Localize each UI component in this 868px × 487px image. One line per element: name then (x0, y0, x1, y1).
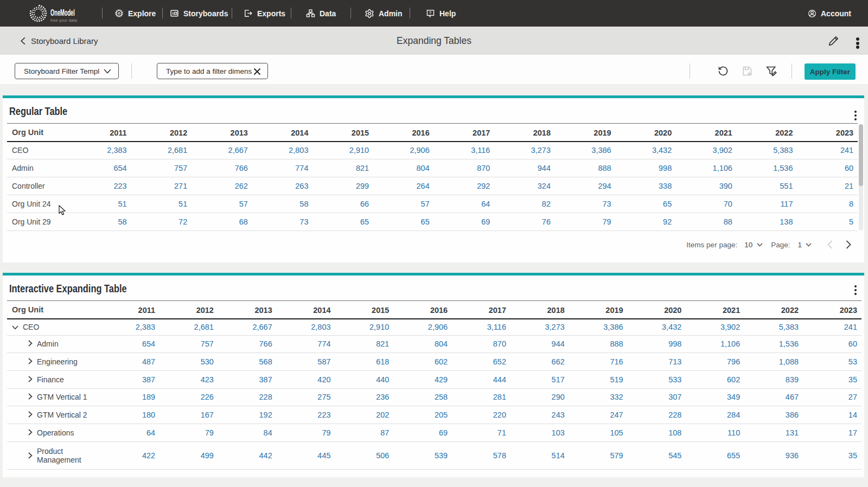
svg-text:?: ? (429, 10, 432, 15)
